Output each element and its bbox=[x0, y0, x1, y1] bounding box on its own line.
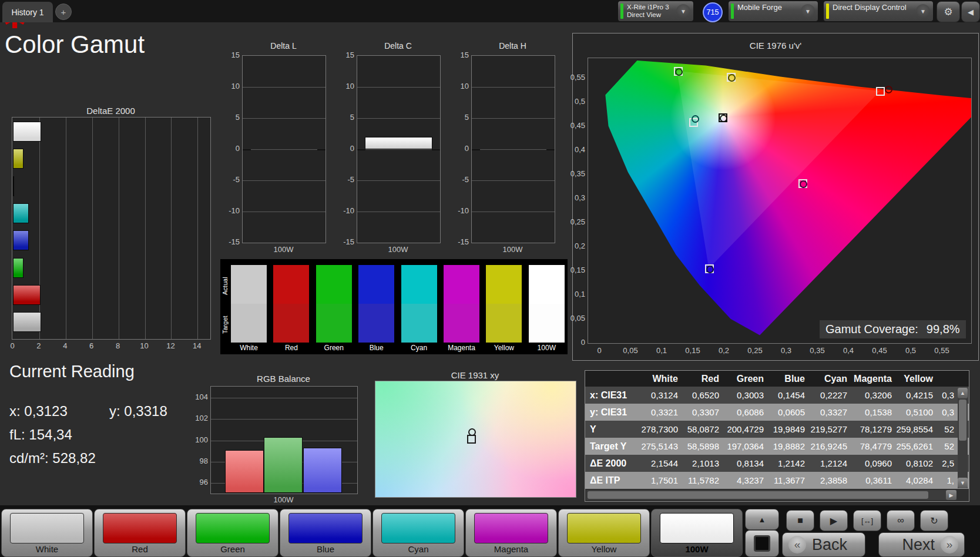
table-cell: 58,0872 bbox=[682, 424, 723, 434]
rgb-y-tick: 98 bbox=[188, 457, 208, 465]
delta-bar bbox=[365, 137, 432, 149]
swatch-actual-green bbox=[316, 265, 352, 304]
patch-button-white[interactable]: White bbox=[1, 509, 93, 557]
patch-button-100w[interactable]: 100W bbox=[651, 509, 743, 557]
back-button[interactable]: «Back bbox=[782, 532, 865, 557]
cie1976-x-tick: 0,1 bbox=[649, 346, 674, 355]
patch-swatch bbox=[103, 513, 177, 543]
patch-swatch bbox=[567, 513, 641, 543]
cie1976-x-tick: 0,35 bbox=[804, 346, 830, 355]
meter-status-indicator bbox=[620, 4, 623, 19]
table-cell: 255,6261 bbox=[895, 441, 937, 451]
scroll-thumb[interactable] bbox=[588, 491, 928, 499]
gridline bbox=[243, 149, 325, 150]
rgb-balance-title: RGB Balance bbox=[210, 374, 357, 384]
stop-large-button[interactable] bbox=[745, 530, 779, 557]
play-button[interactable]: ▶ bbox=[820, 510, 848, 531]
tab-history-1[interactable]: History 1 bbox=[2, 2, 53, 22]
patch-button-green[interactable]: Green bbox=[187, 509, 278, 557]
table-cell-clipped: 1, bbox=[937, 475, 958, 485]
table-cell: 0,3003 bbox=[723, 390, 767, 400]
patch-button-yellow[interactable]: Yellow bbox=[558, 509, 650, 557]
meter-count-badge[interactable]: 715 bbox=[703, 2, 723, 22]
deltae-bar-blue bbox=[13, 230, 29, 250]
table-cell: 0,0605 bbox=[767, 407, 808, 417]
display-control-dropdown[interactable]: Direct Display Control ▼ bbox=[824, 1, 933, 21]
marker-measured-blue bbox=[706, 266, 714, 273]
actual-target-swatch-strip: ActualTargetWhiteRedGreenBlueCyanMagenta… bbox=[220, 259, 568, 354]
swatch-row-label-actual: Actual bbox=[221, 267, 230, 305]
gridline bbox=[211, 398, 357, 398]
scroll-thumb[interactable] bbox=[959, 400, 966, 441]
table-cell: 259,8554 bbox=[895, 424, 937, 434]
y-tick-label: -5 bbox=[220, 175, 240, 184]
gridline bbox=[243, 87, 325, 88]
table-cell: 1,2142 bbox=[767, 458, 808, 468]
table-row-label: Target Y bbox=[585, 441, 636, 452]
table-cell: 0,6086 bbox=[723, 407, 767, 417]
patch-button-blue[interactable]: Blue bbox=[280, 509, 371, 557]
collapse-panel-button[interactable]: ◀ bbox=[961, 1, 980, 22]
cie1976-x-tick: 0,3 bbox=[773, 346, 799, 355]
page-title: Color Gamut bbox=[5, 31, 145, 59]
patch-button-magenta[interactable]: Magenta bbox=[465, 509, 557, 557]
delta-chart-title: Delta H bbox=[471, 41, 554, 51]
table-row-label: Y bbox=[585, 424, 636, 435]
triangle-left-icon: ◀ bbox=[968, 8, 974, 16]
zero-tick bbox=[432, 149, 440, 150]
swatch-target-yellow bbox=[486, 304, 522, 343]
table-cell: 197,0364 bbox=[723, 441, 767, 451]
gridline bbox=[171, 118, 172, 339]
table-cell: 78,4779 bbox=[851, 441, 895, 451]
swatch-column-label: Blue bbox=[358, 344, 394, 352]
stop-button[interactable]: ■ bbox=[786, 510, 814, 531]
patch-label: White bbox=[2, 544, 92, 554]
table-cell: 0,3611 bbox=[851, 475, 895, 485]
cie1976-y-tick: 0 bbox=[558, 338, 585, 347]
source-dropdown[interactable]: Mobile Forge ▼ bbox=[729, 1, 818, 21]
cie1976-y-tick: 0,45 bbox=[558, 121, 585, 130]
swatch-actual-cyan bbox=[401, 265, 437, 304]
meter-dropdown[interactable]: X-Rite i1Pro 3 Direct View ▼ bbox=[618, 1, 693, 21]
deltae2000-chart bbox=[12, 117, 211, 340]
gridline bbox=[472, 212, 555, 212]
zero-tick bbox=[472, 149, 480, 150]
scroll-down-arrow[interactable]: ▼ bbox=[958, 478, 968, 488]
cie1976-y-tick: 0,25 bbox=[558, 217, 585, 226]
deltae-bar-magenta bbox=[13, 176, 14, 196]
table-horizontal-scrollbar[interactable]: ▶ bbox=[586, 490, 956, 500]
y-tick-label: -10 bbox=[220, 206, 240, 215]
cie1976-y-tick: 0,55 bbox=[558, 73, 585, 82]
swatch-target-green bbox=[316, 304, 352, 343]
table-header-red: Red bbox=[682, 374, 723, 384]
measure-window-button[interactable]: [↔] bbox=[853, 510, 881, 531]
swatch-column-label: Cyan bbox=[401, 344, 437, 352]
y-tick-label: 0 bbox=[334, 144, 354, 153]
rgb-bar-green bbox=[264, 437, 303, 493]
chevron-left-icon: « bbox=[788, 536, 806, 553]
patch-button-cyan[interactable]: Cyan bbox=[372, 509, 464, 557]
patch-button-red[interactable]: Red bbox=[94, 509, 186, 557]
scroll-up-arrow[interactable]: ▲ bbox=[958, 388, 968, 398]
table-header-white: White bbox=[636, 374, 682, 384]
table-vertical-scrollbar[interactable]: ▲▼ bbox=[958, 388, 968, 488]
cie1976-y-tick: 0,35 bbox=[558, 169, 585, 178]
refresh-button[interactable]: ↻ bbox=[920, 510, 948, 531]
gridline bbox=[357, 212, 440, 212]
cie1976-x-tick: 0,45 bbox=[867, 346, 892, 355]
continuous-button[interactable]: ∞ bbox=[887, 510, 915, 531]
marker-target-white bbox=[467, 435, 476, 444]
swatch-target-red bbox=[273, 304, 309, 343]
settings-button[interactable]: ⚙ bbox=[937, 1, 960, 22]
marker-measured-yellow bbox=[728, 74, 736, 82]
table-cell: 0,3124 bbox=[636, 390, 682, 400]
gridline bbox=[119, 118, 119, 339]
next-button[interactable]: Next» bbox=[878, 532, 965, 557]
patch-label: Green bbox=[187, 544, 278, 554]
scroll-patches-up-button[interactable]: ▲ bbox=[745, 509, 779, 530]
scroll-right-arrow[interactable]: ▶ bbox=[946, 490, 956, 500]
zero-tick bbox=[546, 149, 555, 150]
cie1976-y-tick: 0,5 bbox=[558, 97, 585, 106]
y-tick-label: -5 bbox=[449, 175, 469, 184]
add-tab-button[interactable]: + bbox=[55, 4, 72, 20]
